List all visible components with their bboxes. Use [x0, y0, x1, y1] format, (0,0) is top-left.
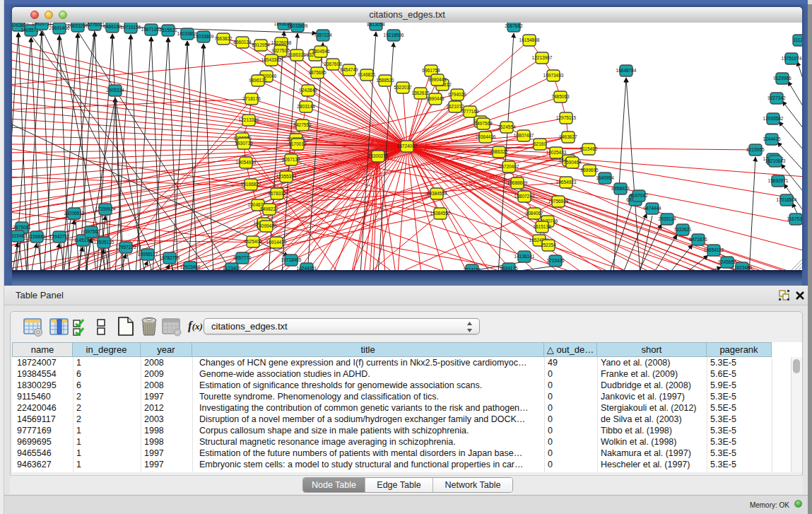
svg-text:10244351: 10244351	[297, 266, 317, 270]
icon-rows[interactable]	[95, 317, 108, 337]
svg-text:2905334: 2905334	[106, 88, 124, 93]
svg-text:12213389: 12213389	[239, 117, 259, 122]
svg-text:12355394: 12355394	[276, 174, 297, 179]
svg-text:5322037: 5322037	[394, 85, 412, 90]
svg-text:16210643: 16210643	[765, 158, 786, 163]
svg-text:2087682: 2087682	[505, 23, 523, 28]
svg-text:10958117: 10958117	[138, 252, 158, 257]
btn-float[interactable]	[778, 289, 791, 302]
svg-text:1145194: 1145194	[74, 238, 92, 243]
svg-text:19166827: 19166827	[241, 182, 261, 187]
svg-text:9245652: 9245652	[718, 259, 736, 264]
table-panel-titlebar: Table Panel	[0, 286, 812, 305]
icon-new[interactable]	[116, 316, 136, 337]
col-year[interactable]: year	[141, 342, 192, 357]
icon-trash[interactable]	[139, 316, 159, 337]
col-in_degree[interactable]: in_degree	[73, 342, 141, 357]
svg-text:8958923: 8958923	[611, 186, 630, 191]
svg-text:9777169: 9777169	[461, 109, 479, 114]
icon-del-table[interactable]	[161, 317, 182, 337]
svg-text:16914479: 16914479	[266, 240, 287, 245]
svg-text:16033809: 16033809	[194, 34, 214, 39]
memory-indicator	[794, 500, 802, 508]
svg-text:6794028: 6794028	[448, 92, 466, 97]
svg-text:7632621: 7632621	[673, 227, 692, 232]
svg-text:3875685: 3875685	[308, 70, 326, 75]
svg-text:6961758: 6961758	[422, 68, 440, 73]
svg-text:8813054: 8813054	[367, 23, 385, 27]
svg-text:12975115: 12975115	[556, 115, 577, 120]
svg-text:12213967: 12213967	[532, 55, 553, 60]
svg-text:9397567: 9397567	[82, 229, 100, 234]
svg-text:6497568: 6497568	[474, 121, 493, 126]
svg-text:17016504: 17016504	[777, 197, 797, 202]
svg-text:10973493: 10973493	[543, 73, 564, 78]
svg-text:7625402: 7625402	[244, 239, 262, 244]
icon-column[interactable]	[49, 317, 70, 337]
svg-text:9129966: 9129966	[773, 76, 792, 81]
svg-text:2367608: 2367608	[324, 62, 342, 66]
svg-text:9084067: 9084067	[525, 211, 543, 216]
svg-text:13226058: 13226058	[271, 40, 292, 45]
svg-text:8186323: 8186323	[288, 52, 306, 57]
table-scrollbar	[791, 357, 802, 472]
svg-text:10719155: 10719155	[121, 25, 141, 30]
table-chooser[interactable]: citations_edges.txt	[204, 318, 480, 334]
table-row-22420046: 2242004622012Investigating the contribut…	[12, 402, 802, 414]
svg-text:7663822: 7663822	[214, 36, 233, 41]
svg-text:8990448: 8990448	[426, 96, 445, 101]
svg-text:19384550: 19384550	[430, 211, 451, 216]
node-table: .hcell { position:absolute; top:0; heigh…	[12, 342, 802, 472]
col-short[interactable]: short	[597, 342, 707, 357]
svg-text:17957225: 17957225	[116, 245, 136, 250]
tab-node-table[interactable]: Node Table	[303, 478, 365, 492]
svg-text:9699695: 9699695	[580, 168, 599, 173]
svg-text:20691406: 20691406	[49, 25, 70, 30]
svg-text:2274151: 2274151	[463, 267, 481, 270]
col-name[interactable]: name	[12, 342, 73, 357]
icon-table-settings[interactable]	[23, 317, 44, 337]
svg-text:7357224: 7357224	[314, 33, 332, 37]
svg-text:3624554: 3624554	[498, 124, 516, 129]
svg-text:8678332: 8678332	[268, 191, 286, 196]
svg-text:10807487: 10807487	[514, 133, 534, 138]
table-row-9465546: 946554611997Estimation of the future num…	[12, 448, 802, 459]
svg-text:2875061: 2875061	[13, 225, 31, 230]
tab-bar: Node Table Edge Table Network Table	[10, 475, 803, 494]
svg-text:15276021: 15276021	[85, 23, 105, 27]
svg-text:1615132: 1615132	[533, 224, 551, 229]
svg-text:62160: 62160	[534, 141, 546, 146]
svg-text:10025433: 10025433	[546, 150, 567, 155]
svg-text:14136141: 14136141	[514, 254, 535, 259]
svg-text:1930735: 1930735	[235, 141, 253, 146]
icon-select[interactable]	[72, 317, 90, 337]
svg-text:1733426: 1733426	[546, 258, 565, 263]
tab-edge-table[interactable]: Edge Table	[365, 478, 433, 492]
table-row-9777169: 977716911998Corpus callosum shape and si…	[12, 425, 802, 436]
table-row-19384554: 1938455462009Genome-wide association stu…	[12, 368, 802, 380]
tab-network-table[interactable]: Network Table	[433, 478, 512, 492]
svg-text:8471676: 8471676	[689, 237, 707, 242]
svg-text:9915483: 9915483	[12, 233, 27, 238]
col-out_degree[interactable]: △ out_de…	[544, 342, 597, 357]
icon-fx[interactable]: f(x)	[188, 319, 203, 333]
svg-text:19054933: 19054933	[236, 160, 257, 165]
svg-text:8215955: 8215955	[746, 147, 765, 152]
svg-text:10654112: 10654112	[704, 247, 724, 252]
svg-text:18807249: 18807249	[514, 194, 535, 199]
table-row-18300295: 1830029562008Estimation of significance …	[12, 380, 802, 391]
svg-text:16543382: 16543382	[261, 57, 282, 62]
svg-text:12942757: 12942757	[49, 234, 70, 239]
svg-text:1588520: 1588520	[376, 78, 394, 83]
svg-text:11923466: 11923466	[732, 265, 753, 270]
col-pagerank[interactable]: pagerank	[707, 342, 772, 357]
col-title[interactable]: title	[192, 342, 544, 357]
svg-text:15751074: 15751074	[782, 56, 802, 61]
svg-text:1640954: 1640954	[596, 175, 614, 180]
svg-text:8123407: 8123407	[223, 266, 241, 270]
svg-text:12093582: 12093582	[763, 116, 784, 121]
window-titlebar: citations_edges.txt	[12, 7, 802, 23]
svg-text:8267130: 8267130	[282, 157, 300, 162]
btn-close-panel[interactable]	[794, 290, 806, 301]
svg-text:16648784: 16648784	[616, 68, 637, 73]
